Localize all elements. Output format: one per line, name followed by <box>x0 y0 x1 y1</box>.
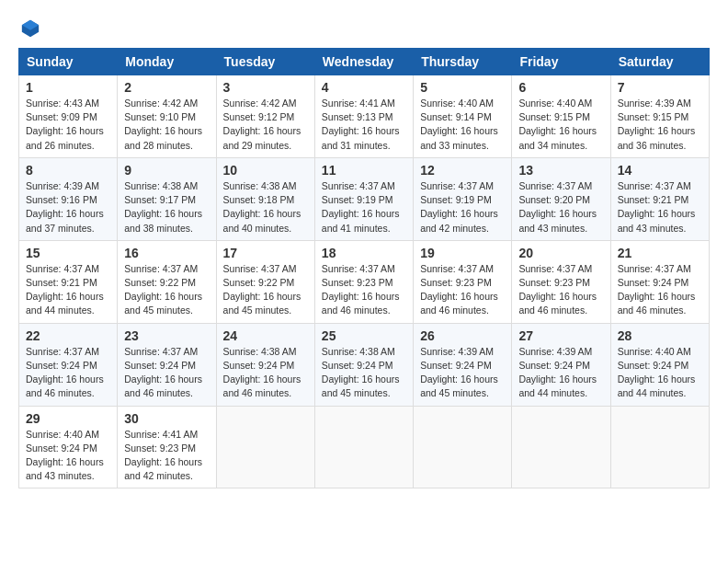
day-info: Sunrise: 4:42 AM Sunset: 9:10 PM Dayligh… <box>124 97 209 153</box>
day-cell-24: 24 Sunrise: 4:38 AM Sunset: 9:24 PM Dayl… <box>216 323 314 406</box>
day-info: Sunrise: 4:37 AM Sunset: 9:23 PM Dayligh… <box>518 262 603 318</box>
day-info: Sunrise: 4:39 AM Sunset: 9:15 PM Dayligh… <box>618 97 702 153</box>
day-number: 8 <box>26 163 110 178</box>
day-cell-29: 29 Sunrise: 4:40 AM Sunset: 9:24 PM Dayl… <box>19 406 118 488</box>
day-cell-7: 7 Sunrise: 4:39 AM Sunset: 9:15 PM Dayli… <box>610 75 709 158</box>
day-info: Sunrise: 4:39 AM Sunset: 9:16 PM Dayligh… <box>26 179 110 236</box>
day-cell-16: 16 Sunrise: 4:37 AM Sunset: 9:22 PM Dayl… <box>118 240 216 323</box>
day-cell-23: 23 Sunrise: 4:37 AM Sunset: 9:24 PM Dayl… <box>118 323 216 406</box>
day-cell-11: 11 Sunrise: 4:37 AM Sunset: 9:19 PM Dayl… <box>314 157 413 240</box>
day-number: 7 <box>618 80 702 95</box>
day-cell-20: 20 Sunrise: 4:37 AM Sunset: 9:23 PM Dayl… <box>512 240 610 323</box>
day-cell-13: 13 Sunrise: 4:37 AM Sunset: 9:20 PM Dayl… <box>512 157 610 240</box>
header-sunday: Sunday <box>19 49 118 75</box>
day-number: 6 <box>518 80 603 95</box>
day-info: Sunrise: 4:37 AM Sunset: 9:24 PM Dayligh… <box>618 262 702 318</box>
day-info: Sunrise: 4:37 AM Sunset: 9:22 PM Dayligh… <box>223 262 308 318</box>
day-cell-17: 17 Sunrise: 4:37 AM Sunset: 9:22 PM Dayl… <box>216 240 314 323</box>
day-number: 12 <box>420 163 505 178</box>
day-number: 19 <box>420 246 505 260</box>
day-number: 17 <box>223 246 308 260</box>
day-number: 14 <box>618 163 702 178</box>
day-info: Sunrise: 4:37 AM Sunset: 9:24 PM Dayligh… <box>124 345 209 401</box>
day-cell-6: 6 Sunrise: 4:40 AM Sunset: 9:15 PM Dayli… <box>512 75 610 158</box>
header-monday: Monday <box>118 49 216 75</box>
day-number: 15 <box>26 246 110 260</box>
day-cell-25: 25 Sunrise: 4:38 AM Sunset: 9:24 PM Dayl… <box>314 323 413 406</box>
day-cell-30: 30 Sunrise: 4:41 AM Sunset: 9:23 PM Dayl… <box>118 406 216 488</box>
header-thursday: Thursday <box>414 49 512 75</box>
day-number: 26 <box>420 328 505 343</box>
day-info: Sunrise: 4:37 AM Sunset: 9:23 PM Dayligh… <box>420 262 505 318</box>
day-number: 29 <box>26 411 110 426</box>
day-number: 30 <box>124 411 209 426</box>
day-cell-18: 18 Sunrise: 4:37 AM Sunset: 9:23 PM Dayl… <box>314 240 413 323</box>
day-cell-19: 19 Sunrise: 4:37 AM Sunset: 9:23 PM Dayl… <box>414 240 512 323</box>
day-number: 13 <box>518 163 603 178</box>
header-tuesday: Tuesday <box>216 49 314 75</box>
day-info: Sunrise: 4:40 AM Sunset: 9:24 PM Dayligh… <box>618 345 702 401</box>
day-cell-1: 1 Sunrise: 4:43 AM Sunset: 9:09 PM Dayli… <box>19 75 118 158</box>
day-info: Sunrise: 4:37 AM Sunset: 9:23 PM Dayligh… <box>322 262 406 318</box>
day-number: 16 <box>124 246 209 260</box>
day-info: Sunrise: 4:38 AM Sunset: 9:24 PM Dayligh… <box>223 345 308 401</box>
day-info: Sunrise: 4:41 AM Sunset: 9:13 PM Dayligh… <box>322 97 406 153</box>
day-cell-27: 27 Sunrise: 4:39 AM Sunset: 9:24 PM Dayl… <box>512 323 610 406</box>
day-number: 23 <box>124 328 209 343</box>
day-cell-10: 10 Sunrise: 4:38 AM Sunset: 9:18 PM Dayl… <box>216 157 314 240</box>
empty-cell <box>512 406 610 488</box>
day-number: 20 <box>518 246 603 260</box>
calendar-week-1: 1 Sunrise: 4:43 AM Sunset: 9:09 PM Dayli… <box>19 75 710 158</box>
day-number: 3 <box>223 80 308 95</box>
calendar-week-5: 29 Sunrise: 4:40 AM Sunset: 9:24 PM Dayl… <box>19 406 710 488</box>
header-friday: Friday <box>512 49 610 75</box>
day-info: Sunrise: 4:40 AM Sunset: 9:15 PM Dayligh… <box>518 97 603 153</box>
day-cell-5: 5 Sunrise: 4:40 AM Sunset: 9:14 PM Dayli… <box>414 75 512 158</box>
day-info: Sunrise: 4:40 AM Sunset: 9:14 PM Dayligh… <box>420 97 505 153</box>
day-info: Sunrise: 4:37 AM Sunset: 9:19 PM Dayligh… <box>420 179 505 236</box>
calendar-week-2: 8 Sunrise: 4:39 AM Sunset: 9:16 PM Dayli… <box>19 157 710 240</box>
logo <box>18 18 40 39</box>
day-info: Sunrise: 4:38 AM Sunset: 9:18 PM Dayligh… <box>223 179 308 236</box>
day-info: Sunrise: 4:37 AM Sunset: 9:21 PM Dayligh… <box>618 179 702 236</box>
day-info: Sunrise: 4:41 AM Sunset: 9:23 PM Dayligh… <box>124 428 209 484</box>
day-cell-8: 8 Sunrise: 4:39 AM Sunset: 9:16 PM Dayli… <box>19 157 118 240</box>
day-info: Sunrise: 4:40 AM Sunset: 9:24 PM Dayligh… <box>26 428 110 484</box>
logo-icon <box>20 18 40 39</box>
day-number: 21 <box>618 246 702 260</box>
day-number: 2 <box>124 80 209 95</box>
day-number: 4 <box>322 80 406 95</box>
day-number: 5 <box>420 80 505 95</box>
day-number: 28 <box>618 328 702 343</box>
empty-cell <box>314 406 413 488</box>
day-cell-21: 21 Sunrise: 4:37 AM Sunset: 9:24 PM Dayl… <box>610 240 709 323</box>
day-number: 9 <box>124 163 209 178</box>
day-cell-12: 12 Sunrise: 4:37 AM Sunset: 9:19 PM Dayl… <box>414 157 512 240</box>
day-cell-28: 28 Sunrise: 4:40 AM Sunset: 9:24 PM Dayl… <box>610 323 709 406</box>
day-info: Sunrise: 4:39 AM Sunset: 9:24 PM Dayligh… <box>420 345 505 401</box>
day-cell-2: 2 Sunrise: 4:42 AM Sunset: 9:10 PM Dayli… <box>118 75 216 158</box>
day-cell-4: 4 Sunrise: 4:41 AM Sunset: 9:13 PM Dayli… <box>314 75 413 158</box>
header <box>18 18 710 39</box>
header-wednesday: Wednesday <box>314 49 413 75</box>
calendar-header-row: SundayMondayTuesdayWednesdayThursdayFrid… <box>19 49 710 75</box>
calendar-week-3: 15 Sunrise: 4:37 AM Sunset: 9:21 PM Dayl… <box>19 240 710 323</box>
day-number: 27 <box>518 328 603 343</box>
calendar-table: SundayMondayTuesdayWednesdayThursdayFrid… <box>18 48 710 488</box>
day-info: Sunrise: 4:37 AM Sunset: 9:21 PM Dayligh… <box>26 262 110 318</box>
day-number: 11 <box>322 163 406 178</box>
day-info: Sunrise: 4:37 AM Sunset: 9:22 PM Dayligh… <box>124 262 209 318</box>
day-cell-3: 3 Sunrise: 4:42 AM Sunset: 9:12 PM Dayli… <box>216 75 314 158</box>
day-number: 24 <box>223 328 308 343</box>
day-number: 18 <box>322 246 406 260</box>
empty-cell <box>414 406 512 488</box>
empty-cell <box>610 406 709 488</box>
day-cell-22: 22 Sunrise: 4:37 AM Sunset: 9:24 PM Dayl… <box>19 323 118 406</box>
day-number: 1 <box>26 80 110 95</box>
day-info: Sunrise: 4:37 AM Sunset: 9:20 PM Dayligh… <box>518 179 603 236</box>
day-cell-9: 9 Sunrise: 4:38 AM Sunset: 9:17 PM Dayli… <box>118 157 216 240</box>
day-number: 10 <box>223 163 308 178</box>
day-info: Sunrise: 4:42 AM Sunset: 9:12 PM Dayligh… <box>223 97 308 153</box>
day-number: 22 <box>26 328 110 343</box>
calendar-week-4: 22 Sunrise: 4:37 AM Sunset: 9:24 PM Dayl… <box>19 323 710 406</box>
